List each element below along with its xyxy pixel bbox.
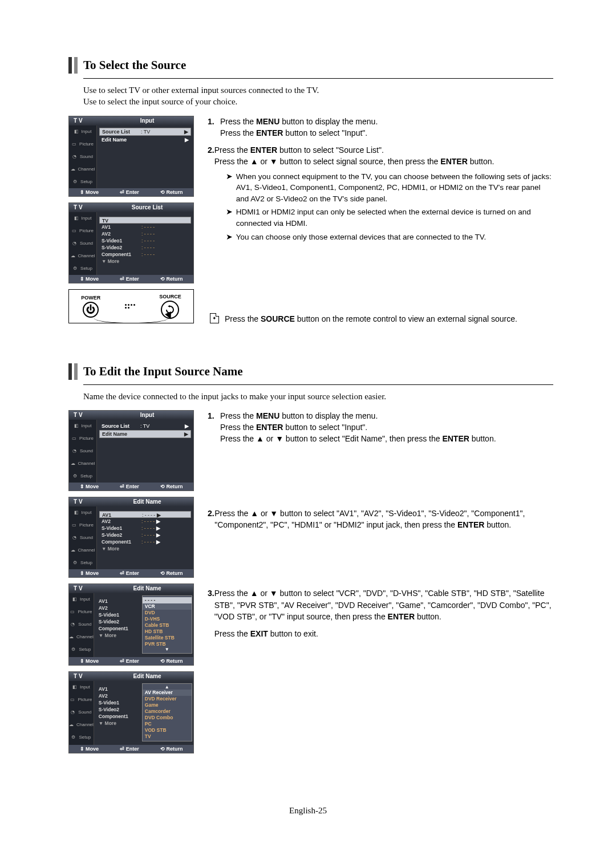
chevron-right-icon: ▶ (155, 538, 160, 545)
osd-sidebar-item: ⚙Setup (69, 176, 96, 188)
section-title: To Edit the Input Source Name (83, 363, 242, 380)
popup-item: Satellite STB (143, 635, 192, 641)
columns: T VInput ◧Input ▭Picture ◔Sound ☁Channel… (68, 410, 553, 759)
section-title-wrap: To Select the Source (68, 57, 553, 74)
osd-footer: ⇕ Move ⏎ Enter ⟲ Return (69, 188, 193, 196)
popup-item: Game (143, 702, 192, 708)
list-item: AV2 (96, 692, 142, 699)
subnote: ➤HDMI1 or HDMI2 input can only be select… (226, 206, 553, 229)
more-indicator: ▼ More (96, 720, 142, 727)
return-icon: ⟲ (160, 189, 165, 195)
section-intro: Use to select TV or other external input… (83, 84, 553, 108)
list-item: S-Video1 (96, 699, 142, 706)
chevron-right-icon: ▶ (155, 525, 160, 532)
step-number: 1. (208, 410, 220, 445)
list-item: AV2: - - - -▶ (99, 518, 191, 525)
chevron-right-icon: ▶ (183, 431, 188, 437)
osd-sidebar-item: ◔Sound (69, 151, 96, 163)
popup-item: VCR (143, 603, 192, 610)
popup-item: D-VHS (143, 616, 192, 622)
right-column: 1. Press the MENU button to display the … (208, 116, 553, 325)
power-label: POWER (81, 295, 100, 301)
list-item: S-Video1: - - - -▶ (99, 525, 191, 532)
list-item: AV2: - - - - (99, 230, 191, 237)
osd-sidebar-item: ▭Picture (69, 138, 96, 151)
osd-sidebar: ◧Input ▭Picture ◔Sound ☁Channel ⚙Setup (69, 125, 97, 188)
input-icon: ◧ (74, 423, 80, 429)
title-rule-dark (68, 363, 72, 380)
dot-grid-icon (125, 304, 135, 309)
list-item: S-Video2 (96, 618, 142, 625)
picture-icon: ▭ (72, 141, 78, 147)
step: 2. Press the ENTER button to select "Sou… (208, 144, 553, 245)
popup-item: - - - - (143, 597, 192, 603)
title-rule-dark (68, 57, 72, 74)
step-number: 3. (208, 587, 214, 639)
step: 3. Press the ▲ or ▼ button to select "VC… (208, 587, 553, 639)
list-item: AV1: - - - -▶ (99, 511, 191, 518)
osd-header: T V Input (69, 116, 193, 125)
columns: T V Input ◧Input ▭Picture ◔Sound ☁Channe… (68, 116, 553, 329)
section-title-wrap: To Edit the Input Source Name (68, 363, 553, 380)
list-item: TV (99, 217, 191, 224)
section-intro: Name the device connected to the input j… (83, 391, 553, 402)
list-item: Component1 (96, 713, 142, 720)
setup-icon: ⚙ (73, 179, 79, 185)
popup-item: AV Receiver (143, 690, 192, 696)
popup-item: Cable STB (143, 622, 192, 629)
page-footer: English-25 (0, 806, 616, 816)
osd-tv-label: T V (69, 116, 101, 125)
popup-item: DVD Receiver (143, 696, 192, 702)
osd-sidebar-item: ▭Picture (69, 225, 96, 237)
down-arrow-icon: ▼ (275, 434, 283, 443)
source-label: SOURCE (159, 294, 181, 299)
osd-header: T V Source List (69, 203, 193, 212)
section-underline (83, 78, 553, 79)
return-icon: ⟲ (160, 276, 165, 282)
input-icon: ◧ (74, 216, 80, 221)
osd-tv-label: T V (69, 203, 101, 212)
chevron-right-icon: ▶ (155, 512, 161, 517)
list-item: S-Video2 (96, 706, 142, 713)
list-item: Component1 (96, 625, 142, 632)
list-item: Component1: - - - -▶ (99, 538, 191, 545)
left-column: T V Input ◧Input ▭Picture ◔Sound ☁Channe… (68, 116, 200, 329)
step: 2. Press the ▲ or ▼ button to select "AV… (208, 508, 553, 531)
osd-sidebar-item: ⚙Setup (69, 262, 96, 275)
updown-icon: ⇕ (80, 276, 84, 282)
title-rule-light (74, 363, 78, 380)
up-arrow-icon: ▲ (250, 589, 258, 598)
intro-line: Use to select TV or other external input… (83, 84, 553, 96)
chevron-right-icon: ▶ (155, 518, 160, 525)
list-item: AV1 (96, 598, 142, 605)
osd-input-menu-editname: T VInput ◧Input ▭Picture ◔Sound ☁Channel… (68, 410, 194, 491)
osd-edit-name-popup2: T VEdit Name ◧Input ▭Picture ◔Sound ☁Cha… (68, 671, 194, 753)
power-button-icon: ⏻ (83, 302, 99, 318)
channel-icon: ☁ (71, 461, 76, 467)
sound-icon: ◔ (72, 448, 78, 454)
osd-edit-name-list: T VEdit Name ◧Input ▭Picture ◔Sound ☁Cha… (68, 497, 194, 578)
down-arrow-icon: ▼ (270, 157, 278, 166)
setup-icon: ⚙ (73, 266, 79, 271)
pointer-icon: ➤ (226, 232, 233, 243)
list-item: S-Video2: - - - -▶ (99, 532, 191, 538)
osd-input-menu: T V Input ◧Input ▭Picture ◔Sound ☁Channe… (68, 116, 194, 197)
down-arrow-icon: ▼ (270, 589, 278, 598)
setup-icon: ⚙ (73, 473, 79, 479)
step: 1. Press the MENU button to display the … (208, 410, 553, 445)
osd-row-edit-name: Edit Name ▶ (99, 430, 191, 438)
intro-line: Use to select the input source of your c… (83, 96, 553, 107)
sound-icon: ◔ (72, 154, 78, 160)
list-item: S-Video1 (96, 611, 142, 618)
scroll-up-icon: ▲ (143, 685, 192, 690)
up-arrow-icon: ▲ (250, 157, 258, 166)
list-item: AV2 (96, 605, 142, 611)
osd-sidebar-item: ◧Input (69, 212, 96, 225)
more-indicator: ▼ More (99, 545, 191, 552)
popup-item: VOD STB (143, 727, 192, 733)
input-icon: ◧ (74, 129, 80, 135)
osd-row-edit-name: Edit Name ▶ (99, 136, 191, 144)
osd-row-source-list: Source List : TV ▶ (99, 128, 191, 136)
osd-menu-title: Input (101, 116, 193, 125)
down-arrow-icon: ▼ (270, 509, 278, 518)
